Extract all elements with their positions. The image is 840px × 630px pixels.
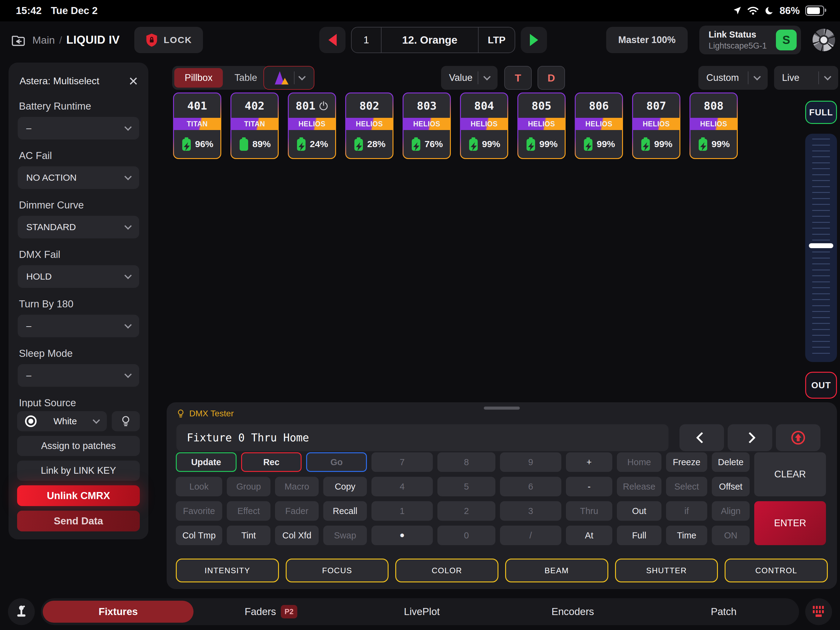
color-wheel-icon[interactable] bbox=[813, 29, 835, 51]
joystick-button[interactable] bbox=[8, 598, 35, 625]
key-0[interactable]: 0 bbox=[437, 526, 496, 545]
key--[interactable]: - bbox=[566, 477, 612, 496]
lock-button[interactable]: LOCK bbox=[134, 27, 203, 53]
cue-name[interactable]: 12. Orange bbox=[381, 27, 478, 52]
key-swap[interactable]: Swap bbox=[323, 526, 367, 545]
power-icon[interactable] bbox=[319, 101, 328, 111]
tab-color[interactable]: COLOR bbox=[395, 559, 499, 583]
key-time[interactable]: Time bbox=[666, 526, 707, 545]
panel-scroll-area[interactable]: Battery Runtime–AC FailNO ACTIONDimmer C… bbox=[17, 87, 140, 407]
breadcrumb-root[interactable]: Main bbox=[32, 34, 55, 46]
delay-button[interactable]: D bbox=[537, 66, 565, 90]
key-/[interactable]: / bbox=[500, 526, 561, 545]
tab-beam[interactable]: BEAM bbox=[505, 559, 608, 583]
key-6[interactable]: 6 bbox=[500, 477, 561, 496]
key-col-tmp[interactable]: Col Tmp bbox=[176, 526, 222, 545]
link-status-card[interactable]: Link Status Lightscape5G-1 S bbox=[699, 26, 801, 54]
nav-item-fixtures[interactable]: Fixtures bbox=[43, 601, 194, 623]
drag-handle[interactable] bbox=[484, 407, 520, 410]
nav-item-patch[interactable]: Patch bbox=[648, 598, 799, 625]
key-macro[interactable]: Macro bbox=[275, 477, 319, 496]
value-dropdown[interactable]: Value bbox=[441, 66, 497, 90]
fixture-tile-808[interactable]: 808HELIOS99% bbox=[690, 93, 738, 159]
full-button[interactable]: FULL bbox=[805, 101, 837, 124]
key-rec[interactable]: Rec bbox=[241, 452, 302, 472]
assign-to-patches-button[interactable]: Assign to patches bbox=[17, 436, 140, 456]
key-tint[interactable]: Tint bbox=[227, 526, 270, 545]
command-line-input[interactable]: Fixture 0 Thru Home bbox=[177, 424, 668, 451]
view-option-table[interactable]: Table bbox=[224, 68, 267, 88]
key-effect[interactable]: Effect bbox=[227, 501, 270, 521]
fixture-tile-806[interactable]: 806HELIOS99% bbox=[575, 93, 623, 159]
key-3[interactable]: 3 bbox=[500, 501, 561, 521]
key-group[interactable]: Group bbox=[227, 477, 270, 496]
cue-number[interactable]: 1 bbox=[352, 34, 381, 46]
fader-handle[interactable] bbox=[809, 243, 833, 248]
out-button[interactable]: OUT bbox=[805, 372, 837, 399]
field-select[interactable]: HOLD bbox=[18, 265, 139, 288]
key-release[interactable]: Release bbox=[617, 477, 662, 496]
cue-mode[interactable]: LTP bbox=[478, 35, 515, 46]
key-+[interactable]: + bbox=[566, 452, 612, 472]
link-by-link-key-button[interactable]: Link by LINK KEY bbox=[17, 461, 140, 481]
key-update[interactable]: Update bbox=[176, 452, 237, 472]
fixture-tile-804[interactable]: 804HELIOS99% bbox=[460, 93, 508, 159]
view-option-pillbox[interactable]: Pillbox bbox=[174, 68, 223, 88]
fixture-tile-401[interactable]: 401TITAN96% bbox=[173, 93, 221, 159]
key-9[interactable]: 9 bbox=[500, 452, 561, 472]
tap-button[interactable]: T bbox=[504, 66, 532, 90]
key-fader[interactable]: Fader bbox=[275, 501, 319, 521]
breadcrumb[interactable]: Main / LIQUID IV bbox=[32, 33, 120, 46]
nav-item-encoders[interactable]: Encoders bbox=[497, 598, 648, 625]
key-thru[interactable]: Thru bbox=[566, 501, 612, 521]
key-enter[interactable]: ENTER bbox=[754, 501, 826, 545]
key-5[interactable]: 5 bbox=[437, 477, 496, 496]
key-recall[interactable]: Recall bbox=[323, 501, 367, 521]
unlink-cmrx-button[interactable]: Unlink CMRX bbox=[17, 485, 140, 506]
key-if[interactable]: if bbox=[666, 501, 707, 521]
keyboard-button[interactable] bbox=[805, 598, 832, 625]
key-8[interactable]: 8 bbox=[437, 452, 496, 472]
key-1[interactable]: 1 bbox=[371, 501, 433, 521]
fixture-tile-805[interactable]: 805HELIOS99% bbox=[517, 93, 565, 159]
command-next-button[interactable] bbox=[728, 424, 772, 451]
key-copy[interactable]: Copy bbox=[323, 477, 367, 496]
key-on[interactable]: ON bbox=[712, 526, 750, 545]
command-prev-button[interactable] bbox=[679, 424, 724, 451]
key-look[interactable]: Look bbox=[176, 477, 222, 496]
highlight-button[interactable] bbox=[112, 411, 140, 431]
key-freeze[interactable]: Freeze bbox=[666, 452, 707, 472]
key-delete[interactable]: Delete bbox=[712, 452, 750, 472]
key-align[interactable]: Align bbox=[712, 501, 750, 521]
input-source-select[interactable]: White bbox=[17, 411, 107, 431]
astera-filter-button[interactable] bbox=[264, 66, 314, 90]
key-2[interactable]: 2 bbox=[437, 501, 496, 521]
send-data-button[interactable]: Send Data bbox=[17, 511, 140, 531]
master-button[interactable]: Master 100% bbox=[606, 27, 688, 53]
fader-track[interactable] bbox=[805, 134, 837, 362]
nav-item-faders[interactable]: FadersP2 bbox=[195, 598, 346, 625]
tab-intensity[interactable]: INTENSITY bbox=[176, 559, 279, 583]
nav-item-liveplot[interactable]: LivePlot bbox=[346, 598, 497, 625]
tab-control[interactable]: CONTROL bbox=[725, 559, 828, 583]
fixture-tile-402[interactable]: 402TITAN89% bbox=[231, 93, 279, 159]
key-out[interactable]: Out bbox=[617, 501, 662, 521]
cue-next-button[interactable] bbox=[521, 27, 547, 53]
field-select[interactable]: – bbox=[18, 117, 139, 139]
close-icon[interactable]: × bbox=[129, 75, 138, 87]
key-7[interactable]: 7 bbox=[371, 452, 433, 472]
custom-dropdown[interactable]: Custom bbox=[698, 66, 768, 90]
key-full[interactable]: Full bbox=[617, 526, 662, 545]
tab-shutter[interactable]: SHUTTER bbox=[615, 559, 718, 583]
field-select[interactable]: STANDARD bbox=[18, 216, 139, 238]
field-select[interactable]: – bbox=[18, 315, 139, 337]
cue-widget[interactable]: 1 12. Orange LTP bbox=[351, 27, 515, 53]
key-clear[interactable]: CLEAR bbox=[754, 452, 826, 496]
key-at[interactable]: At bbox=[566, 526, 612, 545]
key-•[interactable]: • bbox=[371, 526, 433, 545]
field-select[interactable]: NO ACTION bbox=[18, 166, 139, 189]
cue-prev-button[interactable] bbox=[319, 27, 346, 53]
fixture-tile-803[interactable]: 803HELIOS76% bbox=[403, 93, 451, 159]
field-select[interactable]: – bbox=[18, 364, 139, 387]
key-go[interactable]: Go bbox=[306, 452, 367, 472]
